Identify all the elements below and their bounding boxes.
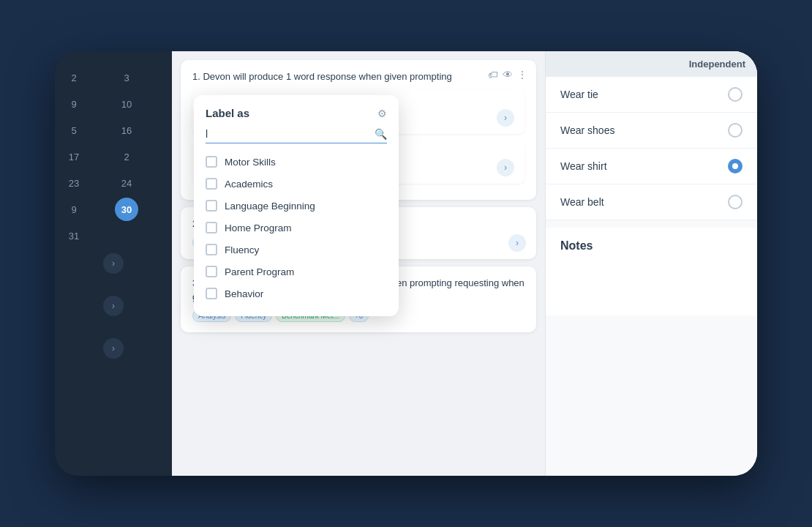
goal-1-title: 1. Devon will produce 1 word response wh…: [192, 70, 525, 83]
wear-tie-label: Wear tie: [560, 89, 598, 100]
calendar-day[interactable]: 5: [62, 119, 86, 142]
search-input[interactable]: [206, 128, 375, 140]
checkbox-motor-skills[interactable]: Motor Skills: [206, 151, 387, 173]
checkbox-academics-box[interactable]: [206, 178, 217, 190]
calendar-day[interactable]: 2: [62, 66, 86, 89]
tablet-frame: 2 3 9 10 5 16 17 2 23 24 9 30 31 › › ›: [55, 51, 757, 476]
calendar-today[interactable]: 30: [115, 198, 138, 221]
notes-section: Notes: [546, 228, 757, 315]
checkbox-home-program-box[interactable]: [206, 222, 217, 233]
notes-title: Notes: [560, 239, 743, 253]
main-content: 1. Devon will produce 1 word response wh…: [172, 51, 757, 476]
label-popup: Label as ⚙ 🔍 Motor Skills Academics: [194, 95, 399, 316]
expand-arrow-3[interactable]: ›: [103, 338, 124, 359]
checkbox-fluency-label: Fluency: [225, 244, 259, 255]
checkbox-fluency-box[interactable]: [206, 244, 217, 255]
expand-1-1[interactable]: ›: [497, 109, 514, 127]
checkbox-behavior-box[interactable]: [206, 288, 217, 299]
content-body: 1. Devon will produce 1 word response wh…: [172, 51, 757, 476]
radio-item-wear-shirt: Wear shirt: [546, 149, 757, 184]
checkbox-motor-skills-box[interactable]: [206, 156, 217, 168]
checkbox-behavior[interactable]: Behavior: [206, 283, 387, 304]
checkbox-parent-program-box[interactable]: [206, 266, 217, 277]
checkbox-fluency[interactable]: Fluency: [206, 239, 387, 261]
goals-panel: 1. Devon will produce 1 word response wh…: [172, 51, 545, 476]
expand-arrow-2[interactable]: ›: [103, 296, 124, 316]
notes-content[interactable]: [560, 260, 743, 304]
calendar-day[interactable]: 23: [62, 171, 86, 195]
checkbox-language-beginning-box[interactable]: [206, 200, 217, 212]
checkbox-motor-skills-label: Motor Skills: [225, 157, 276, 168]
radio-item-wear-shoes: Wear shoes: [546, 113, 757, 149]
radio-item-wear-tie: Wear tie: [546, 77, 757, 113]
checkbox-home-program[interactable]: Home Program: [206, 217, 387, 239]
search-row: 🔍: [206, 128, 387, 143]
calendar-grid: 2 3 9 10 5 16 17 2 23 24 9 30 31: [62, 66, 165, 247]
calendar-day[interactable]: 9: [62, 198, 86, 221]
checkbox-language-beginning-label: Language Beginning: [225, 201, 315, 212]
radio-item-wear-belt: Wear belt: [546, 184, 757, 220]
gear-icon[interactable]: ⚙: [377, 108, 387, 119]
expand-arrow[interactable]: ›: [103, 253, 124, 274]
checkbox-language-beginning[interactable]: Language Beginning: [206, 195, 387, 217]
calendar-day[interactable]: 16: [115, 119, 138, 142]
checkbox-behavior-label: Behavior: [225, 288, 263, 299]
tag-icon[interactable]: 🏷: [488, 69, 498, 81]
popup-header: Label as ⚙: [206, 107, 387, 119]
wear-belt-label: Wear belt: [560, 196, 604, 208]
wear-tie-radio[interactable]: [728, 87, 743, 102]
wear-shirt-label: Wear shirt: [560, 160, 607, 172]
sidebar: 2 3 9 10 5 16 17 2 23 24 9 30 31 › › ›: [55, 51, 172, 476]
checkbox-parent-program[interactable]: Parent Program: [206, 261, 387, 283]
wear-shoes-label: Wear shoes: [560, 124, 614, 136]
calendar-day[interactable]: 3: [115, 66, 138, 89]
popup-title: Label as: [206, 107, 249, 119]
expand-1-2[interactable]: ›: [497, 159, 514, 176]
checkbox-academics[interactable]: Academics: [206, 173, 387, 195]
right-panel: Independent Wear tie Wear shoes Wear shi…: [545, 51, 757, 476]
calendar-day[interactable]: 31: [62, 224, 86, 247]
calendar-day[interactable]: 17: [62, 145, 86, 168]
wear-shirt-radio[interactable]: [728, 159, 743, 173]
goal-1-icons: 🏷 👁 ⋮: [488, 69, 527, 81]
calendar-day[interactable]: 24: [115, 171, 138, 195]
calendar-day[interactable]: 9: [62, 92, 86, 116]
calendar-day[interactable]: 10: [115, 92, 138, 116]
right-panel-header: Independent: [546, 51, 757, 77]
calendar-day[interactable]: 2: [115, 145, 138, 168]
wear-belt-radio[interactable]: [728, 195, 743, 209]
wear-shoes-radio[interactable]: [728, 123, 743, 138]
eye-icon[interactable]: 👁: [503, 69, 513, 81]
more-icon[interactable]: ⋮: [517, 69, 527, 81]
checkbox-academics-label: Academics: [225, 179, 273, 190]
search-icon: 🔍: [375, 128, 387, 140]
checkbox-parent-program-label: Parent Program: [225, 266, 294, 277]
checkbox-home-program-label: Home Program: [225, 223, 292, 233]
expand-2[interactable]: ›: [508, 234, 526, 252]
